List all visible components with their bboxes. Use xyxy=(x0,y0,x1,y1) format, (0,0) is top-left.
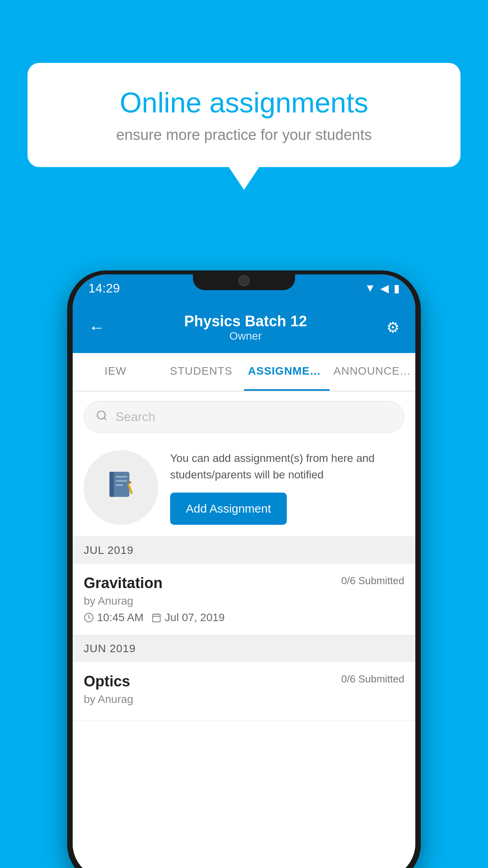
promo-icon-circle xyxy=(84,450,158,525)
assignment-submitted: 0/6 Submitted xyxy=(341,673,404,685)
wifi-icon: ▼ xyxy=(365,282,376,294)
promo-section: You can add assignment(s) from here and … xyxy=(73,442,415,537)
bubble-title: Online assignments xyxy=(55,86,433,119)
status-time: 14:29 xyxy=(88,281,120,296)
tabs-bar: IEW STUDENTS ASSIGNMENTS ANNOUNCEMENTS xyxy=(73,353,415,392)
assignment-title: Gravitation xyxy=(84,575,163,592)
speech-bubble: Online assignments ensure more practice … xyxy=(28,63,460,167)
assignment-header: Optics 0/6 Submitted xyxy=(84,673,404,690)
signal-icon: ◀ xyxy=(380,282,389,295)
assignment-datetime: 10:45 AM Jul 07, 2019 xyxy=(84,611,404,624)
clock-icon xyxy=(84,612,94,623)
assignment-header: Gravitation 0/6 Submitted xyxy=(84,575,404,592)
svg-rect-6 xyxy=(116,484,123,486)
app-header: ← Physics Batch 12 Owner ⚙ xyxy=(73,302,415,353)
status-icons: ▼ ◀ ▮ xyxy=(365,282,400,295)
assignment-title: Optics xyxy=(84,673,130,690)
tab-assignments[interactable]: ASSIGNMENTS xyxy=(244,353,330,391)
assignment-date: Jul 07, 2019 xyxy=(165,611,225,624)
phone-camera xyxy=(238,275,250,286)
header-title-block: Physics Batch 12 Owner xyxy=(105,313,386,342)
svg-rect-10 xyxy=(153,614,161,622)
bubble-subtitle: ensure more practice for your students xyxy=(55,127,433,143)
svg-rect-3 xyxy=(110,472,114,497)
assignment-author: by Anurag xyxy=(84,693,404,706)
search-icon xyxy=(96,409,108,425)
speech-bubble-wrapper: Online assignments ensure more practice … xyxy=(28,63,460,190)
assignment-author: by Anurag xyxy=(84,595,404,607)
svg-line-1 xyxy=(104,418,106,420)
battery-icon: ▮ xyxy=(394,282,400,295)
assignment-time: 10:45 AM xyxy=(97,611,143,624)
calendar-icon xyxy=(151,612,161,623)
svg-rect-4 xyxy=(116,476,127,478)
notebook-icon xyxy=(105,469,137,506)
month-header-jun: JUN 2019 xyxy=(73,635,415,662)
svg-point-0 xyxy=(97,411,105,419)
search-bar[interactable]: Search xyxy=(84,401,404,433)
table-row[interactable]: Optics 0/6 Submitted by Anurag xyxy=(73,662,415,721)
date-block: Jul 07, 2019 xyxy=(151,611,225,624)
tab-overview[interactable]: IEW xyxy=(73,353,158,391)
page-title: Physics Batch 12 xyxy=(105,313,386,330)
phone-notch xyxy=(193,270,295,290)
phone-frame: 14:29 ▼ ◀ ▮ ← Physics Batch 12 Owner ⚙ I… xyxy=(67,270,421,868)
search-placeholder: Search xyxy=(116,410,155,424)
tab-announcements[interactable]: ANNOUNCEMENTS xyxy=(330,353,415,391)
promo-description: You can add assignment(s) from here and … xyxy=(170,450,404,483)
promo-text-block: You can add assignment(s) from here and … xyxy=(170,450,404,525)
svg-rect-5 xyxy=(116,480,127,482)
back-button[interactable]: ← xyxy=(88,318,105,337)
phone-inner: 14:29 ▼ ◀ ▮ ← Physics Batch 12 Owner ⚙ I… xyxy=(73,274,415,868)
settings-icon[interactable]: ⚙ xyxy=(386,319,400,336)
assignment-submitted: 0/6 Submitted xyxy=(341,575,404,587)
add-assignment-button[interactable]: Add Assignment xyxy=(170,493,287,525)
bubble-pointer xyxy=(228,166,260,190)
month-header-jul: JUL 2019 xyxy=(73,537,415,564)
table-row[interactable]: Gravitation 0/6 Submitted by Anurag 10:4… xyxy=(73,564,415,635)
time-block: 10:45 AM xyxy=(84,611,143,624)
page-subtitle: Owner xyxy=(105,330,386,342)
tab-students[interactable]: STUDENTS xyxy=(158,353,244,391)
screen-content: Search xyxy=(73,392,415,868)
